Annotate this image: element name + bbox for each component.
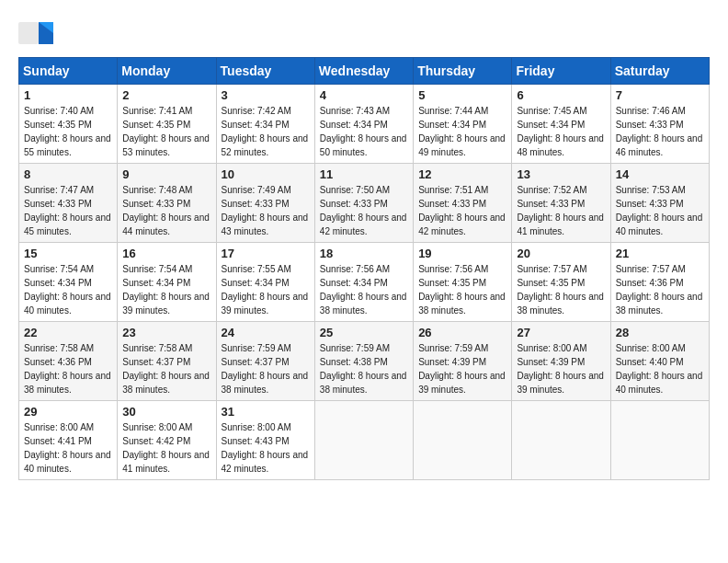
week-row-4: 22Sunrise: 7:58 AMSunset: 4:36 PMDayligh… [19, 322, 710, 401]
day-info: Sunrise: 7:50 AMSunset: 4:33 PMDaylight:… [320, 183, 408, 238]
day-number: 25 [320, 326, 408, 339]
day-info: Sunrise: 7:57 AMSunset: 4:36 PMDaylight:… [616, 262, 704, 317]
calendar-cell: 21Sunrise: 7:57 AMSunset: 4:36 PMDayligh… [610, 243, 709, 322]
day-number: 18 [320, 247, 408, 260]
day-number: 19 [418, 247, 506, 260]
day-info: Sunrise: 7:49 AMSunset: 4:33 PMDaylight:… [222, 183, 310, 238]
day-info: Sunrise: 8:00 AMSunset: 4:39 PMDaylight:… [517, 341, 605, 396]
day-number: 14 [616, 167, 704, 181]
day-info: Sunrise: 8:00 AMSunset: 4:43 PMDaylight:… [222, 420, 310, 476]
calendar-cell: 12Sunrise: 7:51 AMSunset: 4:33 PMDayligh… [414, 164, 512, 243]
day-info: Sunrise: 7:41 AMSunset: 4:35 PMDaylight:… [122, 104, 210, 159]
day-info: Sunrise: 7:43 AMSunset: 4:34 PMDaylight:… [320, 104, 408, 159]
calendar-cell: 6Sunrise: 7:45 AMSunset: 4:34 PMDaylight… [512, 85, 610, 164]
day-number: 3 [222, 88, 310, 102]
calendar-cell: 14Sunrise: 7:53 AMSunset: 4:33 PMDayligh… [610, 164, 709, 243]
week-row-3: 15Sunrise: 7:54 AMSunset: 4:34 PMDayligh… [19, 243, 710, 322]
col-header-saturday: Saturday [610, 58, 709, 85]
calendar-cell: 24Sunrise: 7:59 AMSunset: 4:37 PMDayligh… [216, 322, 314, 401]
calendar-cell: 16Sunrise: 7:54 AMSunset: 4:34 PMDayligh… [118, 243, 216, 322]
day-info: Sunrise: 8:00 AMSunset: 4:40 PMDaylight:… [616, 341, 704, 396]
day-info: Sunrise: 7:40 AMSunset: 4:35 PMDaylight:… [24, 104, 112, 159]
day-number: 30 [122, 405, 210, 419]
calendar-cell: 4Sunrise: 7:43 AMSunset: 4:34 PMDaylight… [314, 85, 413, 164]
day-info: Sunrise: 7:56 AMSunset: 4:35 PMDaylight:… [418, 262, 506, 317]
logo [18, 18, 57, 48]
week-row-5: 29Sunrise: 8:00 AMSunset: 4:41 PMDayligh… [19, 401, 710, 480]
day-number: 4 [320, 88, 408, 102]
calendar-cell: 25Sunrise: 7:59 AMSunset: 4:38 PMDayligh… [314, 322, 413, 401]
calendar-cell: 1Sunrise: 7:40 AMSunset: 4:35 PMDaylight… [19, 85, 118, 164]
day-number: 22 [24, 326, 112, 339]
calendar-cell: 22Sunrise: 7:58 AMSunset: 4:36 PMDayligh… [19, 322, 118, 401]
calendar-header-row: SundayMondayTuesdayWednesdayThursdayFrid… [19, 58, 710, 85]
day-number: 17 [222, 247, 310, 260]
calendar-cell [610, 401, 709, 480]
calendar-cell: 29Sunrise: 8:00 AMSunset: 4:41 PMDayligh… [19, 401, 118, 480]
calendar-cell: 18Sunrise: 7:56 AMSunset: 4:34 PMDayligh… [314, 243, 413, 322]
calendar-cell: 7Sunrise: 7:46 AMSunset: 4:33 PMDaylight… [610, 85, 709, 164]
day-info: Sunrise: 7:57 AMSunset: 4:35 PMDaylight:… [517, 262, 605, 317]
calendar-cell: 28Sunrise: 8:00 AMSunset: 4:40 PMDayligh… [610, 322, 709, 401]
calendar-cell: 19Sunrise: 7:56 AMSunset: 4:35 PMDayligh… [414, 243, 512, 322]
day-info: Sunrise: 7:48 AMSunset: 4:33 PMDaylight:… [122, 183, 210, 238]
calendar-cell: 31Sunrise: 8:00 AMSunset: 4:43 PMDayligh… [216, 401, 314, 480]
col-header-wednesday: Wednesday [314, 58, 413, 85]
day-info: Sunrise: 7:56 AMSunset: 4:34 PMDaylight:… [320, 262, 408, 317]
day-number: 2 [122, 88, 210, 102]
day-number: 12 [418, 167, 506, 181]
day-number: 11 [320, 167, 408, 181]
day-number: 27 [517, 326, 605, 339]
calendar-cell: 10Sunrise: 7:49 AMSunset: 4:33 PMDayligh… [216, 164, 314, 243]
page-header [18, 18, 710, 48]
svg-rect-0 [18, 22, 39, 44]
day-number: 15 [24, 247, 112, 260]
day-number: 23 [122, 326, 210, 339]
calendar-cell: 27Sunrise: 8:00 AMSunset: 4:39 PMDayligh… [512, 322, 610, 401]
day-info: Sunrise: 8:00 AMSunset: 4:42 PMDaylight:… [122, 420, 210, 476]
day-number: 13 [517, 167, 605, 181]
calendar-cell: 2Sunrise: 7:41 AMSunset: 4:35 PMDaylight… [118, 85, 216, 164]
col-header-thursday: Thursday [414, 58, 512, 85]
day-number: 6 [517, 88, 605, 102]
logo-icon [18, 18, 53, 48]
day-number: 28 [616, 326, 704, 339]
day-info: Sunrise: 7:53 AMSunset: 4:33 PMDaylight:… [616, 183, 704, 238]
calendar-cell [512, 401, 610, 480]
week-row-1: 1Sunrise: 7:40 AMSunset: 4:35 PMDaylight… [19, 85, 710, 164]
calendar-cell: 3Sunrise: 7:42 AMSunset: 4:34 PMDaylight… [216, 85, 314, 164]
day-info: Sunrise: 7:44 AMSunset: 4:34 PMDaylight:… [418, 104, 506, 159]
day-number: 26 [418, 326, 506, 339]
day-info: Sunrise: 8:00 AMSunset: 4:41 PMDaylight:… [24, 420, 112, 476]
calendar-cell: 11Sunrise: 7:50 AMSunset: 4:33 PMDayligh… [314, 164, 413, 243]
col-header-tuesday: Tuesday [216, 58, 314, 85]
day-number: 1 [24, 88, 112, 102]
calendar-cell [314, 401, 413, 480]
day-info: Sunrise: 7:54 AMSunset: 4:34 PMDaylight:… [122, 262, 210, 317]
day-info: Sunrise: 7:58 AMSunset: 4:37 PMDaylight:… [122, 341, 210, 396]
day-number: 29 [24, 405, 112, 419]
day-info: Sunrise: 7:59 AMSunset: 4:39 PMDaylight:… [418, 341, 506, 396]
calendar-cell: 23Sunrise: 7:58 AMSunset: 4:37 PMDayligh… [118, 322, 216, 401]
day-info: Sunrise: 7:55 AMSunset: 4:34 PMDaylight:… [222, 262, 310, 317]
day-info: Sunrise: 7:52 AMSunset: 4:33 PMDaylight:… [517, 183, 605, 238]
day-number: 16 [122, 247, 210, 260]
calendar-cell: 30Sunrise: 8:00 AMSunset: 4:42 PMDayligh… [118, 401, 216, 480]
col-header-sunday: Sunday [19, 58, 118, 85]
day-info: Sunrise: 7:58 AMSunset: 4:36 PMDaylight:… [24, 341, 112, 396]
calendar-cell: 15Sunrise: 7:54 AMSunset: 4:34 PMDayligh… [19, 243, 118, 322]
day-info: Sunrise: 7:42 AMSunset: 4:34 PMDaylight:… [222, 104, 310, 159]
calendar-cell: 20Sunrise: 7:57 AMSunset: 4:35 PMDayligh… [512, 243, 610, 322]
day-info: Sunrise: 7:46 AMSunset: 4:33 PMDaylight:… [616, 104, 704, 159]
day-info: Sunrise: 7:47 AMSunset: 4:33 PMDaylight:… [24, 183, 112, 238]
day-number: 7 [616, 88, 704, 102]
col-header-friday: Friday [512, 58, 610, 85]
day-info: Sunrise: 7:54 AMSunset: 4:34 PMDaylight:… [24, 262, 112, 317]
day-number: 21 [616, 247, 704, 260]
col-header-monday: Monday [118, 58, 216, 85]
calendar-cell: 13Sunrise: 7:52 AMSunset: 4:33 PMDayligh… [512, 164, 610, 243]
day-info: Sunrise: 7:59 AMSunset: 4:38 PMDaylight:… [320, 341, 408, 396]
calendar-cell: 17Sunrise: 7:55 AMSunset: 4:34 PMDayligh… [216, 243, 314, 322]
calendar-table: SundayMondayTuesdayWednesdayThursdayFrid… [18, 57, 710, 480]
day-info: Sunrise: 7:59 AMSunset: 4:37 PMDaylight:… [222, 341, 310, 396]
